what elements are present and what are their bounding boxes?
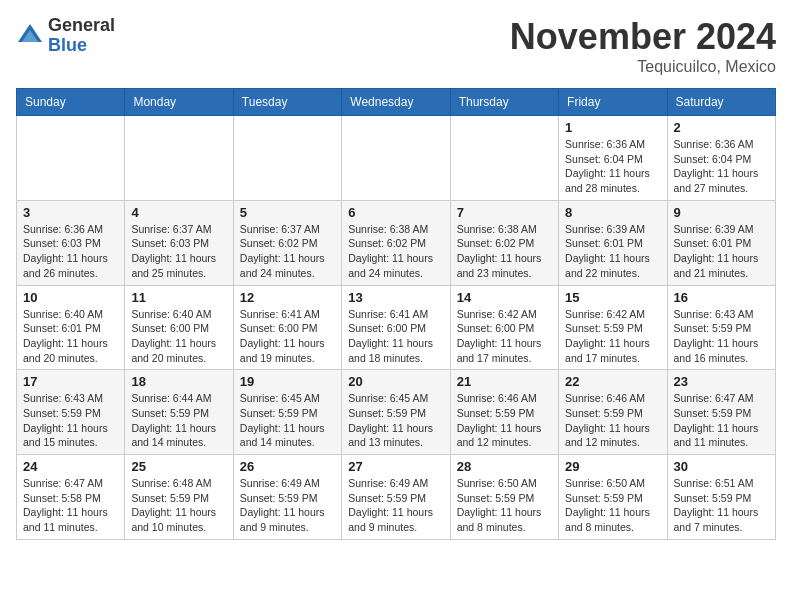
day-info: Sunrise: 6:45 AM Sunset: 5:59 PM Dayligh…: [240, 391, 335, 450]
calendar-cell: 21Sunrise: 6:46 AM Sunset: 5:59 PM Dayli…: [450, 370, 558, 455]
day-number: 5: [240, 205, 335, 220]
day-info: Sunrise: 6:36 AM Sunset: 6:04 PM Dayligh…: [674, 137, 769, 196]
day-info: Sunrise: 6:42 AM Sunset: 6:00 PM Dayligh…: [457, 307, 552, 366]
weekday-header: Sunday: [17, 89, 125, 116]
calendar-cell: 22Sunrise: 6:46 AM Sunset: 5:59 PM Dayli…: [559, 370, 667, 455]
calendar-week-row: 10Sunrise: 6:40 AM Sunset: 6:01 PM Dayli…: [17, 285, 776, 370]
day-info: Sunrise: 6:38 AM Sunset: 6:02 PM Dayligh…: [457, 222, 552, 281]
calendar-cell: 7Sunrise: 6:38 AM Sunset: 6:02 PM Daylig…: [450, 200, 558, 285]
day-info: Sunrise: 6:42 AM Sunset: 5:59 PM Dayligh…: [565, 307, 660, 366]
day-number: 15: [565, 290, 660, 305]
day-info: Sunrise: 6:36 AM Sunset: 6:04 PM Dayligh…: [565, 137, 660, 196]
calendar-cell: 13Sunrise: 6:41 AM Sunset: 6:00 PM Dayli…: [342, 285, 450, 370]
day-number: 7: [457, 205, 552, 220]
day-number: 23: [674, 374, 769, 389]
day-number: 9: [674, 205, 769, 220]
day-info: Sunrise: 6:40 AM Sunset: 6:00 PM Dayligh…: [131, 307, 226, 366]
day-info: Sunrise: 6:37 AM Sunset: 6:03 PM Dayligh…: [131, 222, 226, 281]
calendar-header: SundayMondayTuesdayWednesdayThursdayFrid…: [17, 89, 776, 116]
day-info: Sunrise: 6:49 AM Sunset: 5:59 PM Dayligh…: [240, 476, 335, 535]
calendar-cell: 5Sunrise: 6:37 AM Sunset: 6:02 PM Daylig…: [233, 200, 341, 285]
calendar-cell: 28Sunrise: 6:50 AM Sunset: 5:59 PM Dayli…: [450, 455, 558, 540]
calendar-cell: 17Sunrise: 6:43 AM Sunset: 5:59 PM Dayli…: [17, 370, 125, 455]
calendar-week-row: 1Sunrise: 6:36 AM Sunset: 6:04 PM Daylig…: [17, 116, 776, 201]
day-number: 20: [348, 374, 443, 389]
day-number: 8: [565, 205, 660, 220]
page-header: General Blue November 2024 Tequicuilco, …: [16, 16, 776, 76]
day-info: Sunrise: 6:38 AM Sunset: 6:02 PM Dayligh…: [348, 222, 443, 281]
day-number: 1: [565, 120, 660, 135]
calendar-cell: 15Sunrise: 6:42 AM Sunset: 5:59 PM Dayli…: [559, 285, 667, 370]
calendar-body: 1Sunrise: 6:36 AM Sunset: 6:04 PM Daylig…: [17, 116, 776, 540]
day-info: Sunrise: 6:46 AM Sunset: 5:59 PM Dayligh…: [565, 391, 660, 450]
calendar-cell: 29Sunrise: 6:50 AM Sunset: 5:59 PM Dayli…: [559, 455, 667, 540]
calendar-cell: [450, 116, 558, 201]
calendar-cell: 3Sunrise: 6:36 AM Sunset: 6:03 PM Daylig…: [17, 200, 125, 285]
day-number: 27: [348, 459, 443, 474]
day-info: Sunrise: 6:47 AM Sunset: 5:59 PM Dayligh…: [674, 391, 769, 450]
day-number: 2: [674, 120, 769, 135]
day-number: 13: [348, 290, 443, 305]
logo-general: General: [48, 16, 115, 36]
calendar-cell: 2Sunrise: 6:36 AM Sunset: 6:04 PM Daylig…: [667, 116, 775, 201]
calendar-cell: 14Sunrise: 6:42 AM Sunset: 6:00 PM Dayli…: [450, 285, 558, 370]
calendar-cell: 10Sunrise: 6:40 AM Sunset: 6:01 PM Dayli…: [17, 285, 125, 370]
day-info: Sunrise: 6:51 AM Sunset: 5:59 PM Dayligh…: [674, 476, 769, 535]
day-info: Sunrise: 6:44 AM Sunset: 5:59 PM Dayligh…: [131, 391, 226, 450]
calendar-week-row: 17Sunrise: 6:43 AM Sunset: 5:59 PM Dayli…: [17, 370, 776, 455]
calendar-cell: [342, 116, 450, 201]
day-number: 29: [565, 459, 660, 474]
calendar-cell: 12Sunrise: 6:41 AM Sunset: 6:00 PM Dayli…: [233, 285, 341, 370]
calendar-cell: 11Sunrise: 6:40 AM Sunset: 6:00 PM Dayli…: [125, 285, 233, 370]
calendar-cell: 16Sunrise: 6:43 AM Sunset: 5:59 PM Dayli…: [667, 285, 775, 370]
day-info: Sunrise: 6:39 AM Sunset: 6:01 PM Dayligh…: [565, 222, 660, 281]
day-info: Sunrise: 6:48 AM Sunset: 5:59 PM Dayligh…: [131, 476, 226, 535]
weekday-header: Thursday: [450, 89, 558, 116]
weekday-header: Saturday: [667, 89, 775, 116]
calendar-cell: 1Sunrise: 6:36 AM Sunset: 6:04 PM Daylig…: [559, 116, 667, 201]
day-info: Sunrise: 6:46 AM Sunset: 5:59 PM Dayligh…: [457, 391, 552, 450]
calendar-cell: [233, 116, 341, 201]
calendar-table: SundayMondayTuesdayWednesdayThursdayFrid…: [16, 88, 776, 540]
calendar-cell: [125, 116, 233, 201]
calendar-cell: 30Sunrise: 6:51 AM Sunset: 5:59 PM Dayli…: [667, 455, 775, 540]
logo: General Blue: [16, 16, 115, 56]
calendar-cell: 26Sunrise: 6:49 AM Sunset: 5:59 PM Dayli…: [233, 455, 341, 540]
day-number: 24: [23, 459, 118, 474]
month-title: November 2024: [510, 16, 776, 58]
day-number: 19: [240, 374, 335, 389]
day-info: Sunrise: 6:43 AM Sunset: 5:59 PM Dayligh…: [23, 391, 118, 450]
title-block: November 2024 Tequicuilco, Mexico: [510, 16, 776, 76]
day-info: Sunrise: 6:45 AM Sunset: 5:59 PM Dayligh…: [348, 391, 443, 450]
day-number: 4: [131, 205, 226, 220]
day-number: 6: [348, 205, 443, 220]
day-info: Sunrise: 6:41 AM Sunset: 6:00 PM Dayligh…: [240, 307, 335, 366]
logo-text: General Blue: [48, 16, 115, 56]
weekday-header: Monday: [125, 89, 233, 116]
day-info: Sunrise: 6:43 AM Sunset: 5:59 PM Dayligh…: [674, 307, 769, 366]
logo-icon: [16, 22, 44, 50]
day-number: 3: [23, 205, 118, 220]
day-info: Sunrise: 6:47 AM Sunset: 5:58 PM Dayligh…: [23, 476, 118, 535]
day-number: 16: [674, 290, 769, 305]
calendar-week-row: 3Sunrise: 6:36 AM Sunset: 6:03 PM Daylig…: [17, 200, 776, 285]
day-number: 17: [23, 374, 118, 389]
weekday-header: Wednesday: [342, 89, 450, 116]
calendar-cell: 25Sunrise: 6:48 AM Sunset: 5:59 PM Dayli…: [125, 455, 233, 540]
calendar-week-row: 24Sunrise: 6:47 AM Sunset: 5:58 PM Dayli…: [17, 455, 776, 540]
weekday-header: Tuesday: [233, 89, 341, 116]
day-number: 22: [565, 374, 660, 389]
weekday-row: SundayMondayTuesdayWednesdayThursdayFrid…: [17, 89, 776, 116]
day-info: Sunrise: 6:50 AM Sunset: 5:59 PM Dayligh…: [565, 476, 660, 535]
calendar-cell: [17, 116, 125, 201]
calendar-cell: 19Sunrise: 6:45 AM Sunset: 5:59 PM Dayli…: [233, 370, 341, 455]
day-number: 18: [131, 374, 226, 389]
calendar-cell: 18Sunrise: 6:44 AM Sunset: 5:59 PM Dayli…: [125, 370, 233, 455]
day-number: 11: [131, 290, 226, 305]
location: Tequicuilco, Mexico: [510, 58, 776, 76]
day-info: Sunrise: 6:49 AM Sunset: 5:59 PM Dayligh…: [348, 476, 443, 535]
day-info: Sunrise: 6:50 AM Sunset: 5:59 PM Dayligh…: [457, 476, 552, 535]
day-number: 21: [457, 374, 552, 389]
calendar-cell: 6Sunrise: 6:38 AM Sunset: 6:02 PM Daylig…: [342, 200, 450, 285]
calendar-cell: 27Sunrise: 6:49 AM Sunset: 5:59 PM Dayli…: [342, 455, 450, 540]
